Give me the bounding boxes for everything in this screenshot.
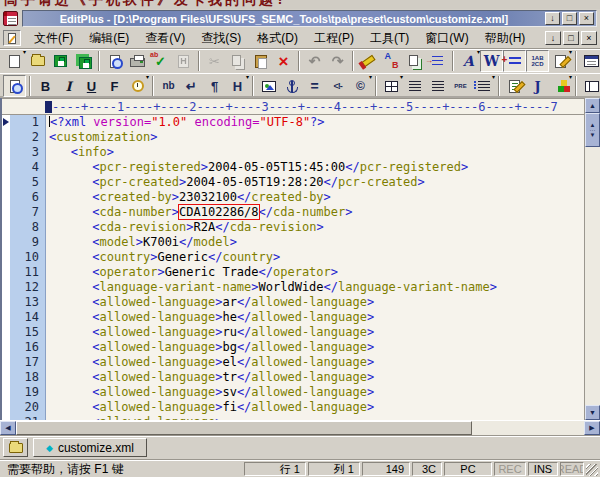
title-bar[interactable]: EditPlus - [D:\Program Files\UFS\UFS_SEM… [22, 10, 597, 27]
paste-button[interactable] [249, 50, 272, 72]
font-a-button[interactable]: A▾ [457, 50, 480, 72]
minimize-button[interactable]: ↓ [545, 12, 560, 25]
line-content[interactable]: <allowed-language>ru</allowed-language> [45, 325, 374, 340]
menu-d[interactable]: 格式(D) [249, 28, 306, 49]
list-button[interactable]: ▾ [472, 75, 495, 97]
selection-margin[interactable] [2, 130, 10, 145]
horizontal-scrollbar[interactable]: ◀ ▶ [0, 420, 600, 435]
file-panel-button[interactable] [3, 438, 28, 457]
heading-button[interactable]: H▾ [226, 75, 249, 97]
selection-margin[interactable] [2, 400, 10, 415]
nbsp-button[interactable]: nb [157, 75, 180, 97]
line-content[interactable]: <pcr-registered>2004-05-05T15:45:00</pcr… [45, 160, 468, 175]
line-content[interactable]: <allowed-language>ar</allowed-language> [45, 295, 374, 310]
comment-button[interactable]: <!- [326, 75, 349, 97]
doc-restore-button[interactable]: □ [563, 31, 579, 45]
tab-customize.xml[interactable]: ◆customize.xml [33, 438, 147, 457]
close-button[interactable]: × [579, 12, 594, 25]
line-content[interactable]: <?xml version="1.0" encoding="UTF-8"?> [45, 115, 325, 130]
menu-w[interactable]: 窗口(W) [417, 28, 476, 49]
line-content[interactable]: <allowed-language> [45, 415, 222, 420]
menu-f[interactable]: 文件(F) [26, 28, 81, 49]
menu-p[interactable]: 工程(P) [306, 28, 362, 49]
selection-margin[interactable] [2, 325, 10, 340]
selection-margin[interactable] [2, 250, 10, 265]
code-line[interactable]: 7 <cda-number>CDA102286/8</cda-number> [2, 205, 584, 220]
italic-button[interactable]: I [57, 75, 80, 97]
line-break-button[interactable]: ↵ [180, 75, 203, 97]
objects-button[interactable]: ▾ [549, 75, 572, 97]
code-line[interactable]: 3 <info> [2, 145, 584, 160]
code-line[interactable]: 6 <created-by>23032100</created-by> [2, 190, 584, 205]
code-line[interactable]: 21 <allowed-language> [2, 415, 584, 420]
image-button[interactable] [257, 75, 280, 97]
code-line[interactable]: 12 <language-variant-name>WorldWide</lan… [2, 280, 584, 295]
selection-margin[interactable] [2, 385, 10, 400]
code-line[interactable]: 17 <allowed-language>el</allowed-languag… [2, 355, 584, 370]
line-content[interactable]: <customization> [45, 130, 157, 145]
special-char-button[interactable]: ©▾ [349, 75, 372, 97]
selection-margin[interactable] [2, 280, 10, 295]
table-button[interactable]: ▾ [380, 75, 403, 97]
line-content[interactable]: <allowed-language>fi</allowed-language> [45, 400, 374, 415]
document-pencil-icon[interactable] [3, 30, 21, 46]
code-editor[interactable]: 1<?xml version="1.0" encoding="UTF-8"?>2… [2, 115, 584, 420]
selection-margin[interactable] [2, 295, 10, 310]
font-button[interactable]: F [103, 75, 126, 97]
line-content[interactable]: <model>K700i</model> [45, 235, 237, 250]
copy-pages-button[interactable] [403, 50, 426, 72]
selection-margin[interactable] [2, 355, 10, 370]
menu-e[interactable]: 编辑(E) [81, 28, 137, 49]
line-content[interactable]: <allowed-language>bg</allowed-language> [45, 340, 374, 355]
code-line[interactable]: 19 <allowed-language>sv</allowed-languag… [2, 385, 584, 400]
paragraph-button[interactable]: ¶ [203, 75, 226, 97]
code-line[interactable]: 2<customization> [2, 130, 584, 145]
open-folder-button[interactable] [26, 50, 49, 72]
save-all-button[interactable] [72, 50, 95, 72]
selection-margin[interactable] [2, 115, 10, 130]
line-content[interactable]: <allowed-language>sv</allowed-language> [45, 385, 374, 400]
line-content[interactable]: <created-by>23032100</created-by> [45, 190, 331, 205]
line-content[interactable]: <country>Generic</country> [45, 250, 280, 265]
code-line[interactable]: 4 <pcr-registered>2004-05-05T15:45:00</p… [2, 160, 584, 175]
selection-margin[interactable] [2, 190, 10, 205]
line-content[interactable]: <cda-revision>R2A</cda-revision> [45, 220, 324, 235]
spellcheck-button[interactable]: ✓ [149, 50, 172, 72]
line-content[interactable]: <allowed-language>el</allowed-language> [45, 355, 374, 370]
menu-v[interactable]: 查看(V) [137, 28, 193, 49]
bold-button[interactable]: B [34, 75, 57, 97]
horizontal-scroll-track[interactable] [472, 421, 584, 435]
line-content[interactable]: <cda-number>CDA102286/8</cda-number> [45, 205, 353, 220]
anchor-button[interactable] [280, 75, 303, 97]
selection-margin[interactable] [2, 370, 10, 385]
code-line[interactable]: 15 <allowed-language>ru</allowed-languag… [2, 325, 584, 340]
browser-w-button[interactable]: W [480, 50, 503, 72]
menu-t[interactable]: 工具(T) [362, 28, 417, 49]
browser-preview-button[interactable] [3, 75, 26, 97]
vertical-scroll-thumb[interactable]: ▲···▼ [585, 113, 600, 147]
line-content[interactable]: <allowed-language>tr</allowed-language> [45, 370, 374, 385]
code-line[interactable]: 16 <allowed-language>bg</allowed-languag… [2, 340, 584, 355]
code-line[interactable]: 14 <allowed-language>he</allowed-languag… [2, 310, 584, 325]
code-line[interactable]: 11 <operator>Generic Trade</operator> [2, 265, 584, 280]
scroll-up-button[interactable]: ▲ [585, 98, 600, 113]
selection-margin[interactable] [2, 220, 10, 235]
print-button[interactable] [126, 50, 149, 72]
selection-margin[interactable] [2, 160, 10, 175]
scroll-right-button[interactable]: ▶ [584, 421, 600, 435]
print-preview-button[interactable] [103, 50, 126, 72]
selection-margin[interactable] [2, 415, 10, 420]
line-content[interactable]: <pcr-created>2004-05-05T19:28:20</pcr-cr… [45, 175, 425, 190]
selection-margin[interactable] [2, 235, 10, 250]
scroll-left-button[interactable]: ◀ [0, 421, 16, 435]
menu-h[interactable]: 帮助(H) [477, 28, 534, 49]
save-button[interactable] [49, 50, 72, 72]
delete-button[interactable]: × [272, 50, 295, 72]
scroll-down-button[interactable]: ▼ [585, 405, 600, 420]
code-line[interactable]: 18 <allowed-language>tr</allowed-languag… [2, 370, 584, 385]
resize-grip[interactable] [586, 464, 598, 476]
pre-button[interactable]: PRE [449, 75, 472, 97]
doc-close-button[interactable]: × [581, 31, 597, 45]
horizontal-scroll-thumb[interactable] [16, 421, 472, 435]
new-file-button[interactable]: ▾ [3, 50, 26, 72]
